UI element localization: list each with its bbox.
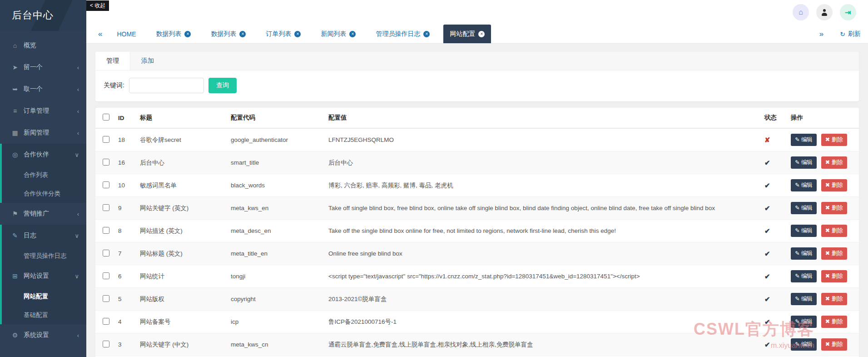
delete-button[interactable]: ✖ 删除 xyxy=(821,270,847,282)
edit-icon: ✎ xyxy=(795,136,799,143)
system-settings-icon: ⚙ xyxy=(10,332,20,339)
tabbar: « HOME 数据列表 × 数据列表 × 订单列表 xyxy=(86,25,868,44)
sidebar-item[interactable]: 网站配置 xyxy=(0,287,86,306)
sidebar-item[interactable]: ⚑ 营销推广 ‹ xyxy=(0,203,86,225)
sidebar-item-label: 订单管理 xyxy=(24,107,49,115)
keyword-input[interactable] xyxy=(129,78,204,93)
query-button[interactable]: 查询 xyxy=(208,78,237,93)
sidebar-item[interactable]: ⊞ 网站设置 ∨ xyxy=(0,265,86,287)
send-icon: ➤ xyxy=(10,64,20,71)
delete-button[interactable]: ✖ 删除 xyxy=(821,225,847,237)
cell-title: 敏感词黑名单 xyxy=(136,174,227,197)
tabs-scroll-right-button[interactable]: » xyxy=(815,30,828,39)
edit-button[interactable]: ✎ 编辑 xyxy=(791,134,817,146)
delete-button[interactable]: ✖ 删除 xyxy=(821,202,847,214)
tab-close-icon[interactable]: × xyxy=(294,31,301,37)
sidebar-item[interactable]: ▦ 新闻管理 ‹ xyxy=(0,122,86,144)
tab[interactable]: 订单列表 × xyxy=(259,25,307,43)
sidebar-collapse-button[interactable]: < 收起 xyxy=(86,0,109,11)
tab[interactable]: 数据列表 × xyxy=(204,25,252,43)
delete-button[interactable]: ✖ 删除 xyxy=(821,134,847,146)
sidebar-item[interactable]: ⌂ 概览 xyxy=(0,35,86,56)
row-checkbox[interactable] xyxy=(103,159,109,166)
user-button[interactable] xyxy=(816,4,833,20)
row-checkbox[interactable] xyxy=(103,272,109,279)
delete-button[interactable]: ✖ 删除 xyxy=(821,179,847,191)
tab-label: 数据列表 xyxy=(211,30,236,38)
trash-icon: ✖ xyxy=(825,296,830,302)
edit-button[interactable]: ✎ 编辑 xyxy=(791,316,817,328)
col-actions-header: 操作 xyxy=(787,108,859,128)
sidebar-item[interactable]: ⚙ 系统设置 ‹ xyxy=(0,324,86,346)
delete-button[interactable]: ✖ 删除 xyxy=(821,316,847,328)
tab-close-icon[interactable]: × xyxy=(478,31,485,37)
tab-close-icon[interactable]: × xyxy=(423,31,430,37)
tab-add[interactable]: 添加 xyxy=(130,52,165,70)
tab[interactable]: 新闻列表 × xyxy=(314,25,362,43)
edit-button[interactable]: ✎ 编辑 xyxy=(791,338,817,351)
logout-button[interactable]: ⇥ xyxy=(840,4,856,20)
cell-id: 8 xyxy=(114,220,136,242)
tab-label: 网站配置 xyxy=(450,30,475,38)
tab-close-icon[interactable]: × xyxy=(239,31,246,37)
sidebar-item-label: 合作伙伴分类 xyxy=(24,190,60,198)
edit-button[interactable]: ✎ 编辑 xyxy=(791,202,817,214)
cell-id: 3 xyxy=(114,333,136,356)
row-checkbox[interactable] xyxy=(103,227,109,234)
table-row: 9 网站关键字 (英文) meta_kws_en Take off single… xyxy=(95,197,859,220)
tab-close-icon[interactable]: × xyxy=(349,31,356,37)
row-checkbox[interactable] xyxy=(103,181,109,188)
row-checkbox[interactable] xyxy=(103,295,109,302)
delete-button[interactable]: ✖ 删除 xyxy=(821,293,847,305)
refresh-button[interactable]: ↻ 刷新 xyxy=(840,30,861,38)
tab[interactable]: HOME xyxy=(110,25,142,43)
select-all-checkbox[interactable] xyxy=(103,114,109,121)
edit-button-label: 编辑 xyxy=(801,318,813,325)
edit-button[interactable]: ✎ 编辑 xyxy=(791,247,817,260)
sidebar-item[interactable]: 基础配置 xyxy=(0,306,86,324)
cell-id: 6 xyxy=(114,265,136,288)
sidebar-item[interactable]: 管理员操作日志 xyxy=(0,246,86,265)
sidebar-item[interactable]: ➤ 留一个 ‹ xyxy=(0,56,86,78)
home-icon: ⌂ xyxy=(799,8,803,16)
row-checkbox[interactable] xyxy=(103,136,109,143)
edit-button-label: 编辑 xyxy=(801,341,813,347)
delete-button-label: 删除 xyxy=(832,273,843,279)
tab[interactable]: 网站配置 × xyxy=(443,25,491,43)
row-checkbox[interactable] xyxy=(103,250,109,256)
table-row: 8 网站描述 (英文) meta_desc_en Take off the si… xyxy=(95,220,859,242)
tab-close-icon[interactable]: × xyxy=(184,31,191,37)
delete-button[interactable]: ✖ 删除 xyxy=(821,338,847,351)
tab[interactable]: 管理员操作日志 × xyxy=(369,25,436,43)
row-checkbox[interactable] xyxy=(103,341,109,347)
config-table-card: ID 标题 配置代码 配置值 状态 操作 18 谷歌令牌secret xyxy=(95,108,859,357)
tab[interactable]: 数据列表 × xyxy=(149,25,197,43)
tab-manage[interactable]: 管理 xyxy=(95,52,130,70)
delete-button-label: 删除 xyxy=(832,136,843,143)
tabs-scroll-left-button[interactable]: « xyxy=(94,25,107,43)
sidebar-item[interactable]: ≡ 订单管理 ‹ xyxy=(0,100,86,122)
cell-code: meta_kws_cn xyxy=(227,333,325,356)
edit-button[interactable]: ✎ 编辑 xyxy=(791,156,817,169)
edit-button[interactable]: ✎ 编辑 xyxy=(791,179,817,191)
sidebar-item-label: 管理员操作日志 xyxy=(24,252,67,260)
cell-title: 网站版权 xyxy=(136,288,227,311)
sidebar-item[interactable]: ➥ 取一个 ‹ xyxy=(0,78,86,100)
table-body: 18 谷歌令牌secret google_authenticator LFNTZ… xyxy=(95,128,859,357)
home-button[interactable]: ⌂ xyxy=(793,4,809,20)
edit-button[interactable]: ✎ 编辑 xyxy=(791,293,817,305)
edit-icon: ✎ xyxy=(795,182,799,188)
delete-button[interactable]: ✖ 删除 xyxy=(821,156,847,169)
row-checkbox[interactable] xyxy=(103,204,109,211)
sidebar-item-label: 网站设置 xyxy=(24,272,49,280)
delete-button[interactable]: ✖ 删除 xyxy=(821,247,847,260)
cell-value: LFNTZJ5EGHSQRLMO xyxy=(325,128,761,151)
row-checkbox[interactable] xyxy=(103,318,109,325)
sidebar-item[interactable]: ✎ 日志 ∨ xyxy=(0,225,86,246)
sidebar-item[interactable]: 合作伙伴分类 xyxy=(0,184,86,203)
edit-button[interactable]: ✎ 编辑 xyxy=(791,270,817,282)
edit-button[interactable]: ✎ 编辑 xyxy=(791,225,817,237)
edit-button-label: 编辑 xyxy=(801,159,813,166)
sidebar-item[interactable]: 合作列表 xyxy=(0,166,86,184)
sidebar-item[interactable]: ◎ 合作伙伴 ∨ xyxy=(0,144,86,166)
